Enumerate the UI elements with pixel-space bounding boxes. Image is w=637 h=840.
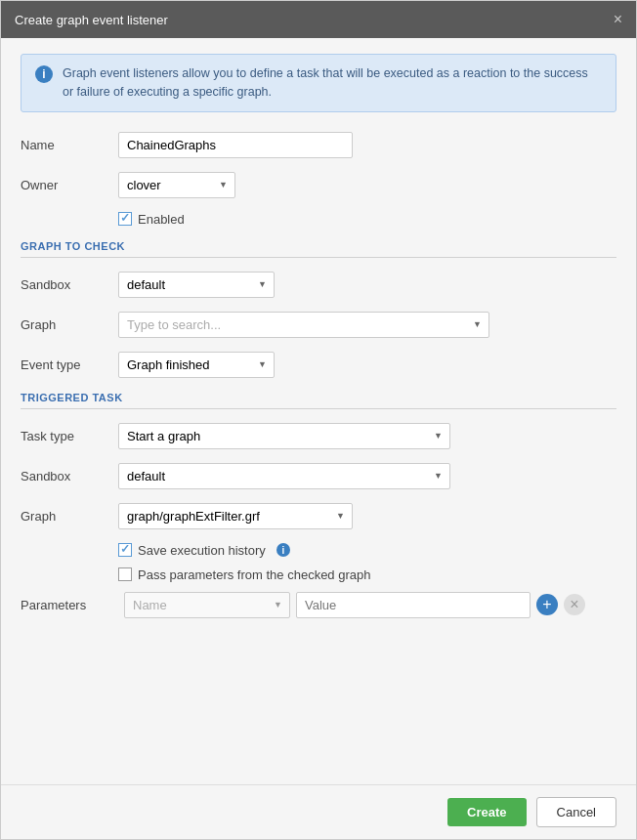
close-icon[interactable]: × [614, 11, 622, 28]
sandbox2-select[interactable]: default [118, 463, 450, 489]
param-name-select[interactable]: Name [124, 592, 290, 618]
event-type-row: Event type Graph finished [21, 352, 616, 378]
pass-params-text: Pass parameters from the checked graph [138, 567, 370, 582]
graph2-row: Graph [21, 503, 616, 529]
graph2-select-wrapper [118, 503, 353, 529]
sandbox-label: Sandbox [21, 277, 118, 292]
sandbox2-label: Sandbox [21, 469, 118, 483]
event-type-label: Event type [21, 357, 118, 372]
owner-select-wrapper: clover [118, 172, 235, 198]
save-history-checkbox[interactable] [118, 543, 132, 557]
sandbox2-control: default [118, 463, 616, 489]
name-label: Name [21, 138, 118, 152]
name-row: Name [21, 132, 616, 158]
param-value-input[interactable] [296, 592, 531, 618]
save-history-label[interactable]: Save execution history i [118, 543, 290, 558]
graph-select-wrapper: Type to search... [118, 312, 489, 338]
pass-params-label[interactable]: Pass parameters from the checked graph [118, 567, 370, 582]
save-history-text: Save execution history [138, 543, 266, 558]
info-box: i Graph event listeners allow you to def… [21, 54, 616, 112]
info-icon: i [35, 65, 53, 83]
enabled-row: Enabled [21, 212, 616, 227]
task-type-row: Task type Start a graph [21, 423, 616, 449]
sandbox-control: default [118, 272, 616, 298]
sandbox2-select-wrapper: default [118, 463, 450, 489]
dialog: Create graph event listener × i Graph ev… [0, 0, 637, 840]
info-text: Graph event listeners allow you to defin… [63, 64, 602, 102]
owner-select[interactable]: clover [118, 172, 235, 198]
enabled-label-text: Enabled [138, 212, 185, 227]
event-type-control: Graph finished [118, 352, 616, 378]
owner-label: Owner [21, 178, 118, 192]
sandbox-row: Sandbox default [21, 272, 616, 298]
pass-params-row: Pass parameters from the checked graph [21, 567, 616, 582]
sandbox2-row: Sandbox default [21, 463, 616, 489]
graph2-control [118, 503, 616, 529]
task-type-control: Start a graph [118, 423, 616, 449]
enabled-label[interactable]: Enabled [118, 212, 185, 227]
cancel-button[interactable]: Cancel [536, 797, 616, 827]
parameters-label: Parameters [21, 598, 118, 612]
task-type-select[interactable]: Start a graph [118, 423, 450, 449]
enabled-checkbox[interactable] [118, 212, 132, 226]
graph-label: Graph [21, 317, 118, 332]
graph-control: Type to search... [118, 312, 616, 338]
param-name-wrapper: Name [124, 592, 290, 618]
graph-to-check-title: GRAPH TO CHECK [21, 240, 616, 258]
name-control [118, 132, 616, 158]
graph-select[interactable]: Type to search... [118, 312, 489, 338]
event-type-select-wrapper: Graph finished [118, 352, 275, 378]
parameters-row: Parameters Name + × [21, 592, 616, 618]
sandbox-select[interactable]: default [118, 272, 275, 298]
param-add-button[interactable]: + [536, 594, 558, 615]
owner-row: Owner clover [21, 172, 616, 198]
graph2-input[interactable] [118, 503, 353, 529]
graph2-label: Graph [21, 509, 118, 524]
owner-control: clover [118, 172, 616, 198]
event-type-select[interactable]: Graph finished [118, 352, 275, 378]
name-input[interactable] [118, 132, 353, 158]
dialog-title: Create graph event listener [15, 13, 168, 27]
triggered-task-title: TRIGGERED TASK [21, 392, 616, 409]
graph-row: Graph Type to search... [21, 312, 616, 338]
dialog-footer: Create Cancel [1, 784, 636, 839]
dialog-body: i Graph event listeners allow you to def… [1, 38, 636, 784]
param-remove-button[interactable]: × [564, 594, 585, 615]
dialog-header: Create graph event listener × [1, 1, 636, 38]
task-type-select-wrapper: Start a graph [118, 423, 450, 449]
create-button[interactable]: Create [447, 798, 526, 826]
save-history-row: Save execution history i [21, 543, 616, 558]
save-history-info-icon[interactable]: i [276, 543, 290, 557]
pass-params-checkbox[interactable] [118, 567, 132, 581]
task-type-label: Task type [21, 429, 118, 443]
sandbox-select-wrapper: default [118, 272, 275, 298]
